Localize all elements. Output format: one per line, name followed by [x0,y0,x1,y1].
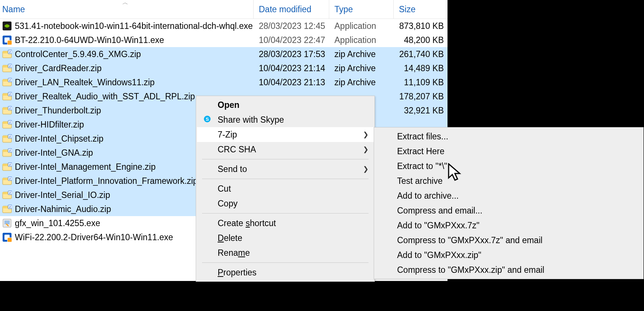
submenu-item-add-to-7z[interactable]: Add to "GMxPXxx.7z" [375,218,643,233]
column-header-size[interactable]: Size [394,0,448,19]
cell-size: 48,200 KB [394,35,448,45]
svg-text:Z: Z [9,50,11,54]
menu-item-label: Cut [218,184,231,194]
menu-item-label: Create shortcut [218,218,276,228]
svg-rect-53 [4,221,10,224]
submenu-item-add-to-archive[interactable]: Add to archive... [375,188,643,203]
svg-text:Z: Z [9,191,11,195]
menu-item-7-zip[interactable]: 7-Zip ❯ [197,127,374,142]
zip-icon: Z [2,77,12,87]
file-name-label: Driver_Thunderbolt.zip [15,106,101,116]
zip-icon: Z [2,120,12,129]
skype-icon: S [203,115,212,125]
submenu-item-extract-here[interactable]: Extract Here [375,144,643,159]
svg-text:Z: Z [9,135,11,138]
installer-icon [2,218,12,228]
menu-item-rename[interactable]: Rename [197,245,374,260]
svg-text:Z: Z [9,205,11,209]
file-name-label: Driver_CardReader.zip [15,63,102,73]
table-row[interactable]: ZControlCenter_5.9.49.6_XMG.zip28/03/202… [0,47,448,61]
cell-date-modified: 10/04/2023 22:47 [254,35,329,45]
cell-name: ZDriver_CardReader.zip [0,63,254,73]
submenu-item-extract-to[interactable]: Extract to "*\" [375,159,643,173]
submenu-arrow-icon: ❯ [363,130,369,139]
submenu-item-label: Add to archive... [397,191,459,201]
cell-name: BT-22.210.0-64UWD-Win10-Win11.exe [0,35,254,45]
cell-type: zip Archive [329,77,394,87]
cell-size: 14,489 KB [394,63,448,73]
zip-icon: Z [2,148,12,158]
submenu-item-compress-and-email[interactable]: Compress and email... [375,203,643,218]
file-name-label: Driver_LAN_Realtek_Windows11.zip [15,77,155,87]
menu-item-crc-sha[interactable]: CRC SHA ❯ [197,142,374,157]
zip-icon: Z [2,106,12,115]
zip-icon: Z [2,134,12,143]
cell-name: ZDriver_LAN_Realtek_Windows11.zip [0,77,254,87]
menu-item-label: Properties [218,268,257,278]
svg-text:Z: Z [9,121,11,124]
menu-item-cut[interactable]: Cut [197,181,374,196]
menu-item-label: Share with Skype [218,115,284,125]
cell-date-modified: 28/03/2023 17:53 [254,49,329,59]
cell-date-modified: 10/04/2023 21:13 [254,77,329,87]
svg-rect-3 [7,40,12,45]
cell-type: zip Archive [329,49,394,59]
svg-text:Z: Z [9,64,11,68]
submenu-item-label: Extract Here [397,146,445,156]
column-header-date-modified[interactable]: Date modified [254,0,329,19]
cell-size: 11,109 KB [394,77,448,87]
cell-date-modified: 10/04/2023 21:14 [254,63,329,73]
table-row[interactable]: ZDriver_LAN_Realtek_Windows11.zip10/04/2… [0,75,448,89]
zip-icon: Z [2,49,12,59]
file-name-label: gfx_win_101.4255.exe [15,218,100,228]
submenu-item-label: Add to "GMxPXxx.7z" [397,221,479,231]
svg-rect-56 [7,238,12,242]
svg-text:Z: Z [9,177,11,181]
context-menu: Open S Share with Skype 7-Zip ❯ CRC SHA … [196,96,375,282]
zip-icon: Z [2,92,12,101]
submenu-item-label: Test archive [397,176,443,186]
file-name-label: BT-22.210.0-64UWD-Win10-Win11.exe [15,35,164,45]
file-name-label: Driver-Intel_Chipset.zip [15,134,103,144]
menu-item-open[interactable]: Open [197,97,374,112]
menu-item-create-shortcut[interactable]: Create shortcut [197,216,374,231]
submenu-arrow-icon: ❯ [363,145,369,153]
submenu-item-label: Extract files... [397,132,448,142]
menu-item-label: CRC SHA [218,145,256,155]
menu-item-label: Open [218,100,240,110]
menu-item-delete[interactable]: Delete [197,231,374,245]
seven-zip-submenu: Extract files... Extract Here Extract to… [374,127,644,279]
intel-icon [2,232,12,242]
cell-type: zip Archive [329,63,394,73]
submenu-item-compress-to-7z-and-email[interactable]: Compress to "GMxPXxx.7z" and email [375,233,643,248]
cell-size: 261,740 KB [394,49,448,59]
table-row[interactable]: 531.41-notebook-win10-win11-64bit-intern… [0,19,448,33]
svg-text:Z: Z [9,107,11,110]
table-row[interactable]: BT-22.210.0-64UWD-Win10-Win11.exe10/04/2… [0,33,448,47]
menu-separator [202,159,369,159]
cell-date-modified: 28/03/2023 12:45 [254,21,329,31]
intel-icon [2,35,12,45]
menu-item-copy[interactable]: Copy [197,196,374,211]
column-header-type[interactable]: Type [329,0,394,19]
submenu-item-compress-to-zip-and-email[interactable]: Compress to "GMxPXxx.zip" and email [375,262,643,277]
zip-icon: Z [2,176,12,186]
menu-item-label: 7-Zip [218,130,237,140]
menu-item-send-to[interactable]: Send to ❯ [197,162,374,176]
menu-item-share-with-skype[interactable]: S Share with Skype [197,112,374,127]
file-name-label: Driver-Intel_Management_Engine.zip [15,162,156,172]
file-name-label: Driver-Intel_GNA.zip [15,148,93,158]
cell-size: 32,921 KB [394,106,448,116]
menu-item-label: Copy [218,199,238,209]
submenu-item-label: Compress to "GMxPXxx.7z" and email [397,235,542,245]
submenu-item-test-archive[interactable]: Test archive [375,173,643,188]
submenu-item-extract-files[interactable]: Extract files... [375,129,643,144]
menu-item-label: Rename [218,248,250,258]
table-row[interactable]: ZDriver_CardReader.zip10/04/2023 21:14zi… [0,61,448,75]
file-name-label: Driver-HIDfilter.zip [15,120,84,130]
submenu-item-add-to-zip[interactable]: Add to "GMxPXxx.zip" [375,248,643,262]
submenu-item-label: Extract to "*\" [397,161,447,171]
cell-size: 873,810 KB [394,21,448,31]
svg-text:Z: Z [9,93,11,96]
menu-item-properties[interactable]: Properties [197,265,374,280]
